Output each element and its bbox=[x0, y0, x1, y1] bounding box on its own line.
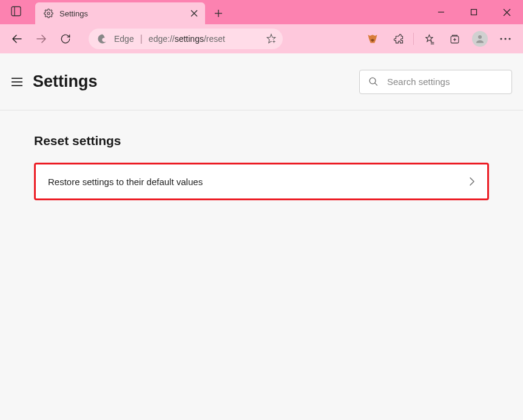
favorites-button[interactable] bbox=[417, 28, 440, 50]
reset-section: Reset settings Restore settings to their… bbox=[0, 110, 523, 223]
forward-button[interactable] bbox=[30, 28, 52, 50]
favorite-button[interactable] bbox=[266, 33, 277, 44]
svg-point-22 bbox=[508, 38, 510, 39]
close-icon bbox=[191, 10, 198, 17]
star-plus-icon bbox=[266, 33, 277, 44]
svg-point-19 bbox=[478, 35, 482, 39]
puzzle-icon bbox=[393, 33, 404, 45]
refresh-button[interactable] bbox=[55, 28, 76, 50]
menu-button[interactable] bbox=[494, 28, 517, 50]
svg-point-21 bbox=[504, 38, 506, 39]
profile-button[interactable] bbox=[472, 31, 488, 47]
fox-icon bbox=[366, 33, 379, 45]
minimize-icon bbox=[437, 8, 445, 16]
section-title: Reset settings bbox=[34, 134, 489, 148]
more-icon bbox=[500, 38, 511, 40]
content-area: Settings Reset settings Restore settings… bbox=[0, 53, 523, 420]
person-icon bbox=[474, 33, 485, 44]
addressbar-label: Edge bbox=[114, 34, 134, 44]
search-icon bbox=[368, 76, 379, 87]
search-input[interactable] bbox=[387, 76, 503, 87]
tab-actions-button[interactable] bbox=[7, 2, 24, 19]
arrow-left-icon bbox=[12, 33, 22, 44]
address-bar[interactable]: Edge | edge://settings/reset bbox=[89, 29, 283, 49]
gear-icon bbox=[44, 8, 53, 18]
titlebar-left bbox=[0, 0, 32, 24]
tabview-icon bbox=[11, 6, 21, 16]
page-header: Settings bbox=[0, 53, 523, 110]
svg-line-27 bbox=[375, 83, 377, 86]
browser-tab[interactable]: Settings bbox=[35, 2, 205, 24]
star-list-icon bbox=[423, 33, 435, 45]
extensions-button[interactable] bbox=[386, 28, 410, 50]
url-text: edge://settings/reset bbox=[149, 34, 225, 44]
collections-icon bbox=[449, 33, 461, 45]
svg-point-26 bbox=[369, 78, 376, 84]
svg-point-2 bbox=[47, 12, 50, 15]
setting-label: Restore settings to their default values bbox=[48, 177, 469, 187]
hamburger-icon bbox=[11, 77, 23, 87]
edge-logo-icon bbox=[97, 33, 108, 44]
minimize-button[interactable] bbox=[425, 0, 457, 24]
maximize-button[interactable] bbox=[457, 0, 490, 24]
window-controls bbox=[425, 0, 523, 24]
toolbar-divider bbox=[413, 33, 414, 45]
svg-rect-0 bbox=[12, 7, 21, 16]
arrow-right-icon bbox=[36, 33, 47, 44]
close-tab-button[interactable] bbox=[191, 10, 198, 17]
restore-defaults-row[interactable]: Restore settings to their default values bbox=[34, 163, 489, 200]
svg-point-20 bbox=[500, 38, 502, 39]
plus-icon bbox=[214, 9, 223, 18]
extension-fox-button[interactable] bbox=[361, 28, 384, 50]
collections-button[interactable] bbox=[443, 28, 466, 50]
close-icon bbox=[503, 8, 511, 16]
settings-menu-button[interactable] bbox=[11, 77, 23, 87]
page-title: Settings bbox=[33, 72, 98, 91]
close-window-button[interactable] bbox=[490, 0, 523, 24]
addressbar-separator: | bbox=[140, 33, 143, 44]
toolbar: Edge | edge://settings/reset bbox=[0, 24, 523, 53]
chevron-right-icon bbox=[469, 177, 475, 186]
refresh-icon bbox=[60, 33, 71, 44]
titlebar: Settings bbox=[0, 0, 523, 24]
back-button[interactable] bbox=[6, 28, 28, 50]
maximize-icon bbox=[470, 8, 477, 16]
search-box[interactable] bbox=[359, 70, 512, 94]
tab-title: Settings bbox=[59, 9, 184, 18]
svg-rect-8 bbox=[471, 10, 477, 15]
new-tab-button[interactable] bbox=[208, 2, 229, 24]
